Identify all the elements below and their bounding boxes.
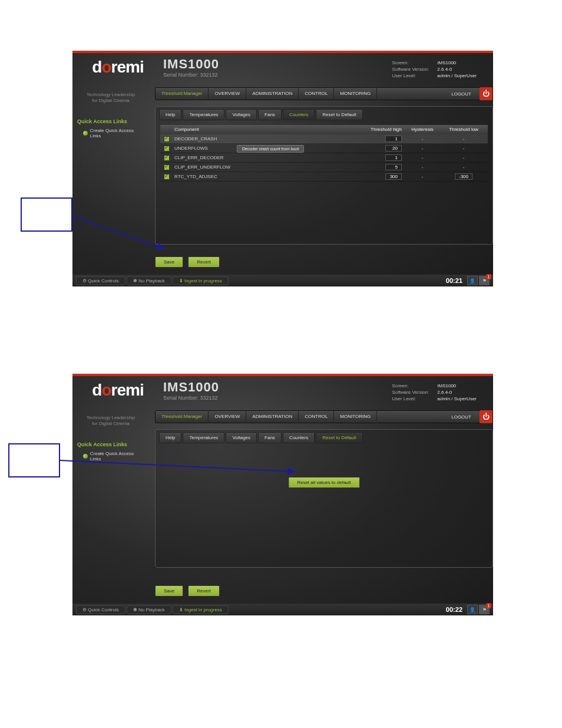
table-row[interactable]: CLIP_ERR_UNDERFLOW 5 - -: [160, 163, 488, 172]
logo-block: doremi: [80, 376, 156, 404]
col-threshold-high: Threshold high: [361, 127, 402, 132]
header-info: Screen:IMS1000 Software Version:2.6.4-0 …: [388, 382, 481, 403]
power-icon[interactable]: ⏻: [480, 87, 492, 100]
tab-counters[interactable]: Counters: [283, 432, 315, 443]
logout-link[interactable]: LOGOUT: [443, 414, 480, 420]
footer-ingest[interactable]: ⬇ Ingest in progress: [173, 276, 229, 285]
threshold-table: Component Threshold high Hysteresis Thre…: [160, 125, 488, 182]
tagline: Technology Leadershipfor Digital Cinema: [77, 415, 144, 427]
nav-administration[interactable]: ADMINISTRATION: [246, 410, 299, 423]
logo: doremi: [92, 58, 143, 77]
footer-no-playback[interactable]: ✽ No Playback: [127, 276, 171, 285]
user-icon[interactable]: 👤: [467, 605, 478, 614]
threshold-high-input[interactable]: 1: [385, 136, 402, 142]
tab-help[interactable]: Help: [159, 109, 181, 120]
tab-voltages[interactable]: Voltages: [226, 432, 257, 443]
create-quick-access-link[interactable]: Create Quick Access Links: [77, 128, 144, 139]
nav-monitoring[interactable]: MONITORING: [334, 87, 377, 100]
threshold-high-input[interactable]: 20: [385, 145, 402, 151]
sidebar: Technology Leadershipfor Digital Cinema …: [72, 409, 149, 467]
nav-monitoring[interactable]: MONITORING: [334, 410, 377, 423]
tab-bar: Help Temperatures Voltages Fans Counters…: [156, 430, 492, 446]
row-checkbox[interactable]: [164, 136, 170, 142]
reset-block: Reset all values to default: [288, 477, 360, 488]
footer-quick-controls[interactable]: ⚙ Quick Controls: [76, 605, 125, 614]
threshold-high-input[interactable]: 300: [385, 173, 402, 180]
nav-administration[interactable]: ADMINISTRATION: [246, 87, 299, 100]
reset-all-button[interactable]: Reset all values to default: [288, 477, 360, 488]
tab-counters[interactable]: Counters: [283, 109, 315, 120]
nav-bar: Threshold Manager OVERVIEW ADMINISTRATIO…: [155, 87, 493, 100]
table-row[interactable]: RTC_YTD_ADJSEC 300 - -300: [160, 172, 488, 182]
tooltip: Decoder crash count from boot: [237, 145, 304, 153]
tab-fans[interactable]: Fans: [258, 432, 282, 443]
callout-box: [8, 443, 60, 477]
col-hysteresis: Hysteresis: [402, 127, 443, 132]
serial-number: Serial Number: 332132: [163, 395, 219, 401]
row-checkbox[interactable]: [164, 164, 170, 170]
save-button[interactable]: Save: [155, 256, 183, 268]
sidebar: Technology Leadershipfor Digital Cinema …: [72, 86, 149, 144]
callout-box: [21, 197, 72, 232]
row-checkbox[interactable]: [164, 146, 170, 151]
table-row[interactable]: CLIP_ERR_DECODER 1 - -: [160, 153, 488, 163]
main-area: Threshold Manager OVERVIEW ADMINISTRATIO…: [155, 87, 493, 274]
threshold-high-input[interactable]: 5: [385, 164, 402, 170]
logo: doremi: [92, 381, 143, 400]
tab-voltages[interactable]: Voltages: [226, 109, 257, 120]
footer-time: 00:22: [446, 606, 462, 613]
tab-reset-to-default[interactable]: Reset to Default: [316, 432, 362, 443]
table-row[interactable]: DECODER_CRASH 1 - -: [160, 134, 488, 144]
footer-no-playback[interactable]: ✽ No Playback: [127, 605, 171, 614]
logo-block: doremi: [80, 53, 156, 81]
user-icon[interactable]: 👤: [467, 276, 478, 285]
logout-link[interactable]: LOGOUT: [443, 91, 480, 97]
main-area: Threshold Manager OVERVIEW ADMINISTRATIO…: [155, 410, 493, 602]
nav-bar: Threshold Manager OVERVIEW ADMINISTRATIO…: [155, 410, 493, 423]
pin-icon: [83, 131, 88, 136]
product-title: IMS1000: [163, 380, 219, 395]
tab-temperatures[interactable]: Temperatures: [183, 109, 224, 120]
threshold-low-input[interactable]: -300: [455, 173, 472, 180]
title-block: IMS1000 Serial Number: 332132: [163, 57, 219, 78]
flag-icon[interactable]: ⚑: [479, 276, 490, 285]
nav-overview[interactable]: OVERVIEW: [209, 410, 246, 423]
table-row[interactable]: UNDERFLOWS 20 - - Decoder crash count fr…: [160, 144, 488, 153]
quick-access-title: Quick Access Links: [77, 442, 144, 447]
tab-fans[interactable]: Fans: [258, 109, 282, 120]
col-component: Component: [174, 127, 361, 132]
product-title: IMS1000: [163, 57, 219, 72]
revert-button[interactable]: Revert: [188, 585, 220, 597]
flag-icon[interactable]: ⚑: [479, 605, 490, 614]
footer-time: 00:21: [446, 277, 462, 284]
footer-bar: ⚙ Quick Controls ✽ No Playback ⬇ Ingest …: [72, 275, 493, 286]
nav-overview[interactable]: OVERVIEW: [209, 87, 246, 100]
power-icon[interactable]: ⏻: [480, 410, 492, 423]
quick-access-title: Quick Access Links: [77, 118, 144, 124]
save-button[interactable]: Save: [155, 585, 183, 597]
create-quick-access-link[interactable]: Create Quick Access Links: [77, 451, 144, 462]
action-buttons: Save Revert: [155, 585, 220, 597]
nav-control[interactable]: CONTROL: [299, 87, 334, 100]
footer-ingest[interactable]: ⬇ Ingest in progress: [173, 605, 229, 614]
col-threshold-low: Threshold low: [443, 127, 484, 132]
action-buttons: Save Revert: [155, 256, 220, 268]
nav-threshold-manager[interactable]: Threshold Manager: [156, 410, 209, 423]
tab-temperatures[interactable]: Temperatures: [183, 432, 224, 443]
revert-button[interactable]: Revert: [188, 256, 220, 268]
footer-bar: ⚙ Quick Controls ✽ No Playback ⬇ Ingest …: [72, 604, 493, 615]
content-panel: Help Temperatures Voltages Fans Counters…: [155, 106, 493, 245]
tab-reset-to-default[interactable]: Reset to Default: [316, 109, 362, 120]
footer-quick-controls[interactable]: ⚙ Quick Controls: [76, 276, 125, 285]
table-header-row: Component Threshold high Hysteresis Thre…: [160, 125, 488, 134]
nav-threshold-manager[interactable]: Threshold Manager: [156, 87, 209, 100]
row-checkbox[interactable]: [164, 155, 170, 161]
threshold-high-input[interactable]: 1: [385, 154, 402, 161]
tab-bar: Help Temperatures Voltages Fans Counters…: [156, 107, 492, 123]
header: doremi IMS1000 Serial Number: 332132 Scr…: [72, 53, 493, 81]
row-checkbox[interactable]: [164, 174, 170, 180]
tagline: Technology Leadershipfor Digital Cinema: [77, 92, 144, 104]
nav-control[interactable]: CONTROL: [299, 410, 334, 423]
title-block: IMS1000 Serial Number: 332132: [163, 380, 219, 401]
tab-help[interactable]: Help: [159, 432, 181, 443]
